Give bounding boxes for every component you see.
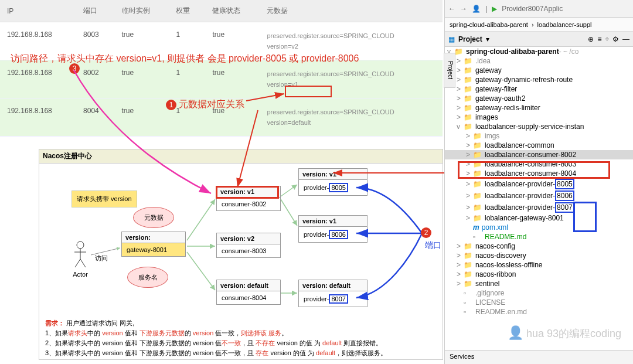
- svg-line-10: [281, 199, 297, 226]
- tree-item[interactable]: mpom.xml: [445, 223, 633, 232]
- tree-item[interactable]: >📁gateway-dynamic-refresh-route: [445, 75, 633, 84]
- tree-item[interactable]: >📁nacos-discovery: [445, 251, 633, 260]
- project-label: Project: [458, 35, 482, 43]
- tree-item[interactable]: >📁sentinel: [445, 279, 633, 288]
- svg-point-0: [77, 241, 84, 249]
- table-row: 192.168.8.1688002true1truepreserved.regi…: [0, 60, 443, 98]
- tree-consumer-highlight: [458, 161, 610, 179]
- tree-item[interactable]: >📁gateway-oauth2: [445, 94, 633, 103]
- settings-icon[interactable]: ⚙: [612, 35, 619, 43]
- gateway-box: version: gateway-8001: [121, 232, 186, 257]
- dropdown-icon[interactable]: ▾: [486, 35, 489, 43]
- provider-box: version: v1provider-8006: [298, 215, 367, 243]
- tree-item[interactable]: >📁loadbalancer-provider-8005: [445, 178, 633, 190]
- run-config[interactable]: Provider8007Applic: [502, 5, 563, 13]
- tree-item[interactable]: >📁loadbalancer-provider-8006: [445, 190, 633, 202]
- tree-item[interactable]: >📁loadbalancer-provider-8007: [445, 202, 633, 213]
- breadcrumb[interactable]: spring-cloud-alibaba-parent › loadbalanc…: [445, 18, 633, 32]
- col-header: 端口: [76, 0, 114, 22]
- versionv1-highlight: [285, 86, 332, 97]
- watermark: 👤 hua 93的编程coding: [508, 325, 621, 341]
- ide-toolbar[interactable]: ← → 👤 | ▶ Provider8007Applic: [445, 0, 633, 18]
- add-user-icon[interactable]: 👤: [472, 5, 481, 13]
- consumer-box: version: defaultconsumer-8004: [216, 280, 281, 305]
- services-tab[interactable]: Services: [445, 350, 633, 364]
- tree-root[interactable]: v📁spring-cloud-alibaba-parent - ~ /co: [445, 47, 633, 56]
- tree-item[interactable]: >📁loadbalancer-consumer-8002: [445, 150, 633, 159]
- provider-box: version: v1provider-8005: [298, 168, 367, 196]
- meta-cloud: 元数据: [133, 207, 174, 228]
- project-tree[interactable]: v📁spring-cloud-alibaba-parent - ~ /co>📁.…: [445, 47, 633, 358]
- svg-line-3: [75, 259, 80, 267]
- provider-box: version: defaultprovider-8007: [298, 280, 367, 307]
- tree-item[interactable]: >📁.idea: [445, 56, 633, 66]
- architecture-diagram: Nacos注册中心 请求头携带 version 元数据 服务名 Actor 访问…: [39, 149, 443, 360]
- tree-item[interactable]: >📁gateway-filter: [445, 84, 633, 94]
- tree-item[interactable]: >📁gateway: [445, 66, 633, 75]
- circle-1: 1: [166, 100, 176, 110]
- col-header: 健康状态: [205, 0, 260, 22]
- request-note: 请求头携带 version: [72, 190, 137, 207]
- instance-table: IP端口临时实例权重健康状态元数据 192.168.8.1688003true1…: [0, 0, 443, 137]
- requirements-notes: 需求： 用户通过请求访问 网关, 1、如果请求头中的 version 值和 下游…: [45, 318, 387, 358]
- svg-line-6: [187, 199, 215, 240]
- crumb-2[interactable]: loadbalancer-suppl: [537, 21, 592, 28]
- actor: Actor: [72, 240, 89, 278]
- back-icon[interactable]: ←: [448, 5, 455, 13]
- consumer-box: version: v2consumer-8003: [216, 233, 281, 258]
- tree-item[interactable]: ▫README.md: [445, 232, 633, 241]
- tree-item[interactable]: >📁lobalancer-gateway-8001: [445, 213, 633, 223]
- crumb-1[interactable]: spring-cloud-alibaba-parent: [450, 21, 528, 28]
- divide-icon[interactable]: ÷: [605, 35, 609, 43]
- tree-item[interactable]: ▫LICENSE: [445, 298, 633, 307]
- diagram-title: Nacos注册中心: [39, 149, 443, 164]
- svg-line-8: [187, 252, 215, 290]
- tree-port-highlight: [573, 202, 597, 232]
- col-header: 权重: [169, 0, 205, 22]
- svg-line-4: [80, 259, 86, 267]
- tree-item[interactable]: ▫README.en.md: [445, 307, 633, 317]
- tree-item[interactable]: >📁images: [445, 113, 633, 122]
- circle-2: 2: [421, 227, 431, 238]
- meta-relation-annotation: 1元数据对应关系: [166, 98, 244, 111]
- hide-icon[interactable]: —: [622, 35, 629, 43]
- select-icon[interactable]: ≡: [597, 35, 601, 43]
- svg-line-9: [281, 185, 297, 196]
- collapse-icon[interactable]: ⊕: [588, 35, 594, 43]
- port-annotation: 端口: [425, 240, 441, 251]
- tree-item[interactable]: >📁nacos-config: [445, 241, 633, 251]
- divider: |: [485, 5, 487, 13]
- chevron-right-icon: ›: [532, 21, 534, 28]
- consumer-v1-highlight: [216, 186, 279, 199]
- tree-item[interactable]: >📁nacos-lossless-offline: [445, 260, 633, 270]
- tree-item[interactable]: >📁loadbalancer-common: [445, 141, 633, 150]
- ide-panel: ← → 👤 | ▶ Provider8007Applic spring-clou…: [444, 0, 633, 364]
- visit-label: 访问: [95, 254, 108, 263]
- tree-item[interactable]: >📁imgs: [445, 131, 633, 141]
- run-icon[interactable]: ▶: [492, 5, 497, 13]
- tree-item[interactable]: >📁nacos-ribbon: [445, 270, 633, 279]
- tree-item[interactable]: ▫.gitignore: [445, 288, 633, 298]
- forward-icon[interactable]: →: [460, 5, 467, 13]
- project-tab[interactable]: Project: [444, 53, 455, 88]
- tree-item[interactable]: >📁gateway-redis-limiter: [445, 103, 633, 113]
- service-cloud: 服务名: [127, 267, 168, 288]
- col-header: 临时实例: [115, 0, 169, 22]
- path-annotation: 访问路径，请求头中存在 version=v1, 则提供者 会是 provider…: [11, 53, 359, 65]
- col-header: IP: [0, 0, 76, 22]
- tree-item[interactable]: v📁loadbalancer-supply-service-instan: [445, 122, 633, 131]
- circle-3: 3: [69, 63, 80, 74]
- col-header: 元数据: [260, 0, 443, 22]
- project-tool-header[interactable]: ▦ Project ▾ ⊕ ≡ ÷ ⚙ —: [445, 32, 633, 47]
